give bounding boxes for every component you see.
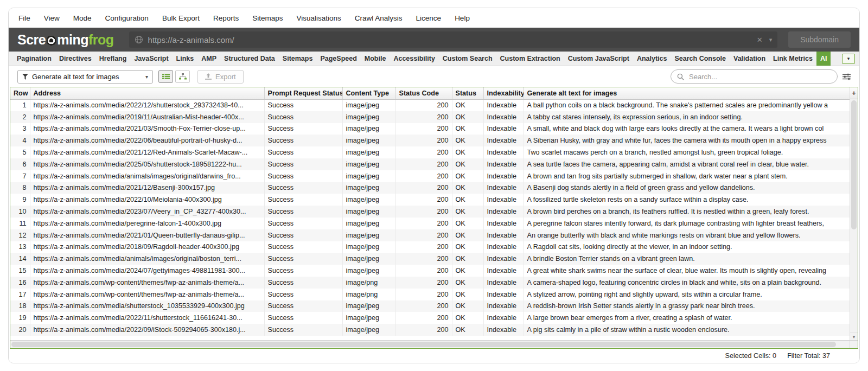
cell-address[interactable]: https://a-z-animals.com/media/2021/03/Sm… [30,123,264,135]
cell-status[interactable]: OK [452,170,483,182]
cell-indexability[interactable]: Indexable [483,218,524,229]
cell-indexability[interactable]: Indexable [483,158,524,170]
tab-overflow-button[interactable]: ▾ [842,54,855,64]
cell-content-type[interactable]: image/jpeg [342,123,395,135]
column-header-content-type[interactable]: Content Type [342,87,395,99]
cell-content-type[interactable]: image/png [342,289,395,300]
cell-indexability[interactable]: Indexable [483,312,524,324]
vertical-scrollbar-thumb[interactable] [851,100,857,229]
cell-status[interactable]: OK [452,123,483,135]
cell-address[interactable]: https://a-z-animals.com/media/2021/01/Qu… [30,229,264,241]
cell-status-code[interactable]: 200 [395,218,452,229]
cell-status[interactable]: OK [452,300,483,312]
cell-status[interactable]: OK [452,218,483,229]
menu-item-crawl-analysis[interactable]: Crawl Analysis [355,14,403,22]
column-header-address[interactable]: Address [30,87,264,99]
cell-indexability[interactable]: Indexable [483,206,524,218]
cell-prompt-request-status[interactable]: Success [264,229,342,241]
cell-alt-text[interactable]: A brown bird perches on a branch, its fe… [524,206,850,218]
cell-status[interactable]: OK [452,111,483,123]
tab-pagination[interactable]: Pagination [13,52,55,66]
cell-status-code[interactable]: 200 [395,277,452,289]
cell-indexability[interactable]: Indexable [483,170,524,182]
search-settings-icon[interactable] [843,73,851,80]
cell-status-code[interactable]: 200 [395,99,452,111]
cell-address[interactable]: https://a-z-animals.com/media/2022/11/sh… [30,312,264,324]
url-history-dropdown-icon[interactable]: ▾ [769,36,773,43]
cell-status[interactable]: OK [452,182,483,194]
tab-amp[interactable]: AMP [197,52,220,66]
cell-row-number[interactable]: 1 [10,99,30,111]
cell-address[interactable]: https://a-z-animals.com/media/2024/07/ge… [30,265,264,277]
cell-alt-text[interactable]: A fossilized turtle skeleton rests on a … [524,194,850,206]
cell-status-code[interactable]: 200 [395,206,452,218]
cell-alt-text[interactable]: A sea turtle faces the camera, appearing… [524,158,850,170]
cell-row-number[interactable]: 16 [10,277,30,289]
cell-address[interactable]: https://a-z-animals.com/media/peregrine-… [30,218,264,229]
cell-status-code[interactable]: 200 [395,241,452,253]
cell-status-code[interactable]: 200 [395,123,452,135]
list-view-button[interactable] [158,70,173,83]
cell-content-type[interactable]: image/jpeg [342,218,395,229]
cell-indexability[interactable]: Indexable [483,324,524,336]
cell-status-code[interactable]: 200 [395,158,452,170]
table-row[interactable]: 16https://a-z-animals.com/wp-content/the… [10,277,850,289]
cell-alt-text[interactable]: A brindle Boston Terrier stands on a vib… [524,253,850,265]
tab-pagespeed[interactable]: PageSpeed [316,52,360,66]
menu-item-mode[interactable]: Mode [73,14,92,22]
cell-indexability[interactable]: Indexable [483,300,524,312]
table-row[interactable]: 19https://a-z-animals.com/media/2022/11/… [10,312,850,324]
cell-address[interactable]: https://a-z-animals.com/media/2022/06/be… [30,135,264,146]
cell-content-type[interactable]: image/jpeg [342,241,395,253]
cell-prompt-request-status[interactable]: Success [264,194,342,206]
cell-status-code[interactable]: 200 [395,135,452,146]
table-row[interactable]: 7https://a-z-animals.com/media/animals/i… [10,170,850,182]
tab-structured-data[interactable]: Structured Data [220,52,279,66]
tab-analytics[interactable]: Analytics [633,52,671,66]
tab-ai[interactable]: AI [816,52,831,66]
cell-prompt-request-status[interactable]: Success [264,146,342,158]
cell-content-type[interactable]: image/jpeg [342,146,395,158]
cell-address[interactable]: https://a-z-animals.com/media/2021/12/Ba… [30,182,264,194]
cell-row-number[interactable]: 12 [10,229,30,241]
cell-row-number[interactable]: 17 [10,289,30,300]
table-row[interactable]: 5https://a-z-animals.com/media/2021/12/R… [10,146,850,158]
cell-prompt-request-status[interactable]: Success [264,99,342,111]
cell-content-type[interactable]: image/jpeg [342,111,395,123]
cell-status-code[interactable]: 200 [395,300,452,312]
cell-address[interactable]: https://a-z-animals.com/media/2022/10/Me… [30,194,264,206]
cell-status-code[interactable]: 200 [395,111,452,123]
cell-prompt-request-status[interactable]: Success [264,277,342,289]
cell-alt-text[interactable]: Two scarlet macaws perch on a branch, ne… [524,146,850,158]
vertical-scrollbar[interactable]: + ▾ [850,87,858,340]
horizontal-scrollbar-thumb[interactable] [11,342,836,347]
menu-item-visualisations[interactable]: Visualisations [296,14,341,22]
menu-item-file[interactable]: File [18,14,30,22]
cell-content-type[interactable]: image/jpeg [342,135,395,146]
cell-indexability[interactable]: Indexable [483,182,524,194]
cell-row-number[interactable]: 15 [10,265,30,277]
cell-row-number[interactable]: 11 [10,218,30,229]
scroll-down-arrow-icon[interactable]: ▾ [850,332,858,340]
cell-indexability[interactable]: Indexable [483,123,524,135]
table-row[interactable]: 15https://a-z-animals.com/media/2024/07/… [10,265,850,277]
column-header-row[interactable]: Row [10,87,30,99]
cell-alt-text[interactable]: A stylized arrow, pointing right and sli… [524,289,850,300]
cell-indexability[interactable]: Indexable [483,289,524,300]
cell-row-number[interactable]: 8 [10,182,30,194]
cell-prompt-request-status[interactable]: Success [264,182,342,194]
cell-content-type[interactable]: image/jpeg [342,194,395,206]
cell-status-code[interactable]: 200 [395,324,452,336]
table-row[interactable]: 1https://a-z-animals.com/media/2022/12/s… [10,99,850,111]
cell-prompt-request-status[interactable]: Success [264,218,342,229]
cell-content-type[interactable]: image/jpeg [342,324,395,336]
menu-item-help[interactable]: Help [455,14,470,22]
cell-status[interactable]: OK [452,253,483,265]
search-field[interactable] [671,69,838,84]
cell-address[interactable]: https://a-z-animals.com/media/2023/07/Ve… [30,206,264,218]
cell-status[interactable]: OK [452,289,483,300]
cell-prompt-request-status[interactable]: Success [264,206,342,218]
cell-address[interactable]: https://a-z-animals.com/wp-content/theme… [30,277,264,289]
table-row[interactable]: 9https://a-z-animals.com/media/2022/10/M… [10,194,850,206]
cell-alt-text[interactable]: A tabby cat stares intensely, its expres… [524,111,850,123]
